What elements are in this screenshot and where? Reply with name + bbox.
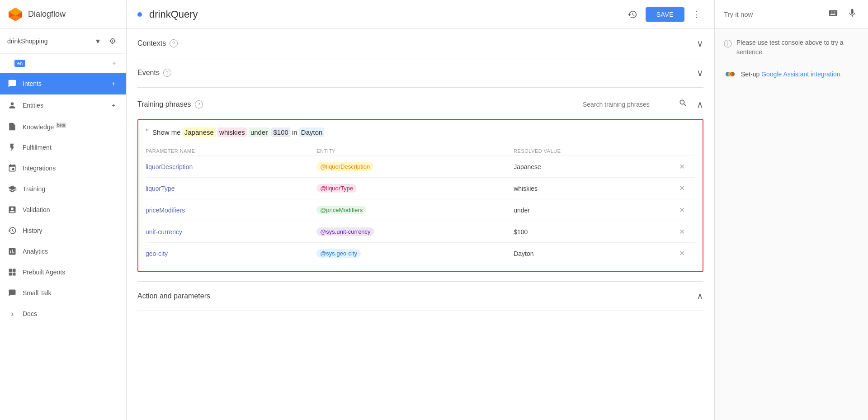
sidebar-item-fulfillment[interactable]: Fulfillment [0, 137, 126, 158]
training-icon [7, 184, 17, 194]
agent-actions: ▾ ⚙ [93, 33, 119, 49]
docs-icon: › [7, 309, 17, 319]
events-help-icon[interactable]: ? [163, 69, 171, 77]
intent-status-dot [137, 12, 142, 17]
keyboard-icon-btn[interactable] [826, 6, 840, 22]
search-icon-btn[interactable] [677, 97, 689, 112]
sidebar-item-prebuilt-agents[interactable]: Prebuilt Agents [0, 262, 126, 283]
contexts-help-icon[interactable]: ? [170, 39, 178, 47]
col-resolved-value: RESOLVED VALUE [514, 145, 677, 156]
training-label: Training [23, 185, 119, 193]
entity-tag[interactable]: @sys.geo-city [316, 249, 361, 258]
param-resolved: Japanese [514, 156, 677, 178]
phrase-box: " Show me Japanese whiskies under $100 i… [137, 119, 703, 272]
sidebar-item-history[interactable]: History [0, 220, 126, 241]
assistant-setup: Set-up Google Assistant integration. [724, 68, 859, 80]
history-btn[interactable] [625, 7, 640, 22]
param-resolved: $100 [514, 221, 677, 243]
fulfillment-icon [7, 142, 17, 152]
svg-rect-5 [13, 269, 16, 272]
analytics-label: Analytics [23, 248, 119, 255]
table-row: liquorType @liquorType whiskies ✕ [146, 178, 695, 199]
integrations-icon [7, 163, 17, 173]
setup-text: Set-up Google Assistant integration. [741, 71, 842, 78]
knowledge-label: Knowledge beta [23, 123, 119, 131]
google-assistant-link[interactable]: Google Assistant integration. [761, 71, 842, 78]
quote-icon: " [146, 127, 149, 137]
add-language-btn[interactable]: + [109, 57, 119, 70]
svg-rect-4 [9, 269, 12, 272]
events-section: Events ? ∨ [137, 58, 703, 88]
sidebar-item-knowledge[interactable]: Knowledge beta [0, 116, 126, 137]
training-phrases-section: Training phrases ? ∧ " [137, 88, 703, 282]
contexts-chevron: ∨ [697, 38, 703, 49]
agent-settings-btn[interactable]: ⚙ [106, 33, 119, 49]
action-parameters-title-text: Action and parameters [137, 292, 210, 300]
sidebar-item-training[interactable]: Training [0, 179, 126, 199]
language-row: en + [0, 54, 126, 73]
agent-dropdown-btn[interactable]: ▾ [93, 33, 103, 49]
entity-tag[interactable]: @liquorDescription [316, 162, 373, 171]
language-badge[interactable]: en [14, 60, 25, 67]
remove-param-btn[interactable]: ✕ [677, 226, 687, 238]
events-title-text: Events [137, 69, 160, 77]
intents-icon [7, 79, 17, 89]
try-it-input[interactable] [724, 10, 821, 18]
phrase-text[interactable]: Show me Japanese whiskies under $100 in … [152, 128, 324, 136]
agent-row: drinkShopping ▾ ⚙ [0, 29, 126, 54]
entity-tag[interactable]: @sys.unit-currency [316, 227, 374, 236]
intent-title: drinkQuery [149, 9, 618, 20]
remove-param-btn[interactable]: ✕ [677, 204, 687, 216]
sidebar-item-analytics[interactable]: Analytics [0, 241, 126, 262]
param-entity: @priceModifiers [316, 199, 514, 221]
training-title-group: Training phrases ? [137, 100, 203, 109]
events-header[interactable]: Events ? ∨ [137, 67, 703, 78]
more-options-btn[interactable]: ⋮ [690, 7, 703, 22]
col-parameter-name: PARAMETER NAME [146, 145, 316, 156]
param-name: priceModifiers [146, 199, 316, 221]
add-intent-btn[interactable]: + [108, 78, 119, 89]
param-remove: ✕ [677, 178, 695, 199]
topbar: drinkQuery SAVE ⋮ [127, 0, 714, 29]
tag-japanese[interactable]: Japanese [183, 127, 216, 137]
sidebar: Dialogflow drinkShopping ▾ ⚙ en + Intent… [0, 0, 127, 420]
param-name: unit-currency [146, 221, 316, 243]
events-chevron: ∨ [697, 67, 703, 78]
table-row: unit-currency @sys.unit-currency $100 ✕ [146, 221, 695, 243]
events-title: Events ? [137, 69, 171, 77]
param-entity: @liquorDescription [316, 156, 514, 178]
training-phrases-help-icon[interactable]: ? [195, 100, 203, 109]
action-parameters-chevron: ∧ [697, 291, 703, 302]
tag-dayton[interactable]: Dayton [299, 127, 325, 137]
sidebar-item-small-talk[interactable]: Small Talk [0, 283, 126, 303]
sidebar-item-docs[interactable]: › Docs [0, 303, 126, 324]
contexts-header[interactable]: Contexts ? ∨ [137, 38, 703, 49]
save-button[interactable]: SAVE [646, 7, 684, 22]
add-entity-btn[interactable]: + [108, 100, 119, 111]
training-phrases-title: Training phrases ? [137, 100, 203, 109]
sidebar-item-entities[interactable]: Entities + [0, 94, 126, 116]
info-circle-icon: ⓘ [724, 38, 732, 49]
dialogflow-logo-icon [7, 6, 24, 23]
tag-100[interactable]: $100 [271, 127, 290, 137]
contexts-title-text: Contexts [137, 39, 166, 47]
sidebar-item-validation[interactable]: Validation [0, 199, 126, 220]
entity-tag[interactable]: @liquorType [316, 184, 357, 193]
sidebar-item-integrations[interactable]: Integrations [0, 158, 126, 179]
search-training-input[interactable] [583, 101, 673, 108]
prebuilt-agents-label: Prebuilt Agents [23, 269, 119, 276]
remove-param-btn[interactable]: ✕ [677, 247, 687, 260]
remove-param-btn[interactable]: ✕ [677, 182, 687, 194]
microphone-icon-btn[interactable] [845, 6, 859, 22]
content-area: Contexts ? ∨ Events ? ∨ Training ph [127, 29, 714, 420]
tag-under[interactable]: under [249, 127, 269, 137]
sidebar-item-intents[interactable]: Intents + [0, 73, 126, 94]
param-remove: ✕ [677, 221, 695, 243]
training-phrases-chevron: ∧ [697, 99, 703, 110]
action-parameters-header[interactable]: Action and parameters ∧ [137, 291, 703, 302]
contexts-title: Contexts ? [137, 39, 178, 47]
entity-tag[interactable]: @priceModifiers [316, 206, 366, 214]
tag-whiskies[interactable]: whiskies [217, 127, 247, 137]
param-remove: ✕ [677, 199, 695, 221]
remove-param-btn[interactable]: ✕ [677, 160, 687, 173]
